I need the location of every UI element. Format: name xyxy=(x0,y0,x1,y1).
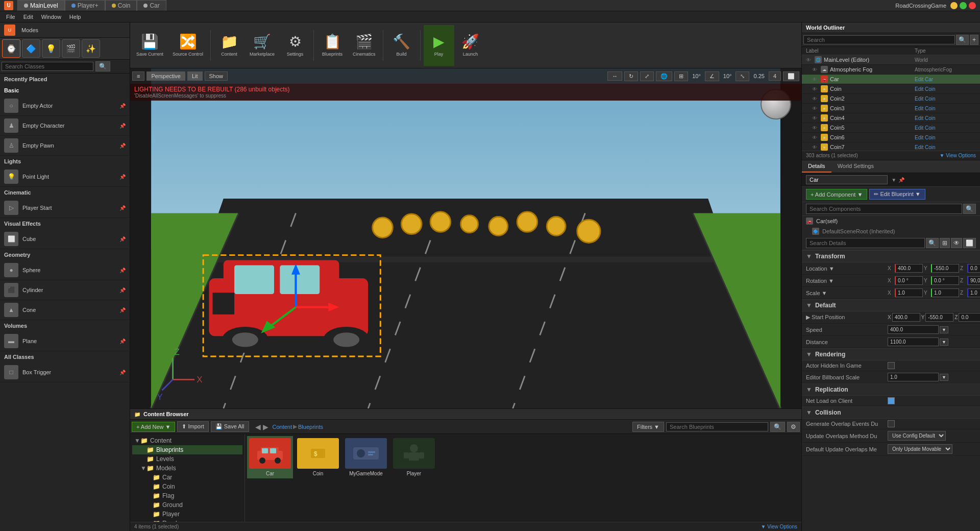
menu-help[interactable]: Help xyxy=(65,13,85,21)
wo-item-mainlevel[interactable]: 👁 🌐 MainLevel (Editor) World xyxy=(802,55,980,65)
wo-search-button[interactable]: 🔍 xyxy=(956,35,969,45)
wo-item-coin3[interactable]: 👁 ● Coin3 Edit Coin xyxy=(802,104,980,113)
details-expand-btn[interactable]: ⬜ xyxy=(963,238,976,248)
tree-car-folder[interactable]: 📁 Car xyxy=(132,473,242,482)
scale-snap-btn[interactable]: ⤡ xyxy=(736,71,749,81)
place-icon-visual[interactable]: ✨ xyxy=(82,39,100,58)
category-recently-placed[interactable]: Recently Placed xyxy=(0,74,130,85)
placement-item-point-light[interactable]: 💡 Point Light 📌 xyxy=(0,167,130,187)
placement-item-sphere[interactable]: ● Sphere 📌 xyxy=(0,260,130,280)
grid-snap-btn[interactable]: ⊞ xyxy=(674,71,688,81)
scale-y-input[interactable] xyxy=(931,288,959,297)
tree-content[interactable]: ▼ 📁 Content xyxy=(132,436,242,445)
empty-actor-pin[interactable]: 📌 xyxy=(119,103,126,109)
lit-btn[interactable]: Lit xyxy=(187,71,203,81)
sphere-pin[interactable]: 📌 xyxy=(119,268,126,273)
search-components-input[interactable] xyxy=(806,204,962,214)
asset-car[interactable]: Car xyxy=(247,436,293,478)
viewport-menu-btn[interactable]: ≡ xyxy=(132,71,144,81)
placement-item-cube[interactable]: ⬜ Cube 📌 xyxy=(0,229,130,249)
wo-add-button[interactable]: + xyxy=(970,35,978,45)
perspective-btn[interactable]: Perspective xyxy=(146,71,185,81)
rendering-section[interactable]: ▼ Rendering xyxy=(802,348,980,360)
minimize-button[interactable] xyxy=(950,2,958,9)
plane-pin[interactable]: 📌 xyxy=(119,339,126,344)
tree-flag-folder[interactable]: 📁 Flag xyxy=(132,491,242,500)
search-details-input[interactable] xyxy=(806,238,925,248)
category-basic[interactable]: Basic xyxy=(0,85,130,96)
tree-models[interactable]: ▼ 📁 Models xyxy=(132,464,242,473)
default-section[interactable]: ▼ Default xyxy=(802,299,980,311)
replication-section[interactable]: ▼ Replication xyxy=(802,383,980,396)
source-control-button[interactable]: 🔀 Source Control xyxy=(168,25,207,66)
placement-item-box-trigger[interactable]: □ Box Trigger 📌 xyxy=(0,363,130,382)
start-pos-y-input[interactable] xyxy=(925,313,953,322)
actor-hidden-checkbox[interactable] xyxy=(888,362,895,369)
add-component-button[interactable]: + Add Component ▼ xyxy=(806,189,867,200)
world-transform-btn[interactable]: 🌐 xyxy=(656,71,672,81)
placement-item-plane[interactable]: ▬ Plane 📌 xyxy=(0,331,130,351)
rotate-tool[interactable]: ↻ xyxy=(624,71,638,81)
speed-spin-btn[interactable]: ▼ xyxy=(940,326,948,333)
nav-forward-arrow[interactable]: ▶ xyxy=(263,423,268,431)
save-current-button[interactable]: 💾 Save Current xyxy=(132,25,167,66)
maximize-vp-btn[interactable]: ⬜ xyxy=(783,71,799,81)
tab-player[interactable]: Player+ xyxy=(65,0,105,11)
cb-settings-button[interactable]: ⚙ xyxy=(787,422,800,432)
import-button[interactable]: ⬆ Import xyxy=(177,421,208,432)
play-button[interactable]: ▶ Play xyxy=(424,25,454,66)
wo-item-coin7[interactable]: 👁 ● Coin7 Edit Coin xyxy=(802,142,980,151)
cb-search-input[interactable] xyxy=(666,422,768,431)
cinematics-button[interactable]: 🎬 Cinematics xyxy=(349,25,380,66)
update-overlaps-select[interactable]: Use Config Default xyxy=(888,431,946,441)
scene-viewport[interactable]: Z X Y xyxy=(130,68,801,408)
wo-item-coin5[interactable]: 👁 ● Coin5 Edit Coin xyxy=(802,123,980,133)
wo-item-coin6[interactable]: 👁 ● Coin6 Edit Coin xyxy=(802,133,980,142)
details-search-btn[interactable]: 🔍 xyxy=(926,238,939,248)
tab-coin[interactable]: Coin xyxy=(105,0,137,11)
transform-section[interactable]: ▼ Transform xyxy=(802,250,980,262)
marketplace-button[interactable]: 🛒 Marketplace xyxy=(246,25,279,66)
scale-z-input[interactable] xyxy=(967,288,980,297)
billboard-scale-input[interactable] xyxy=(888,373,939,381)
settings-button[interactable]: ⚙ Settings xyxy=(280,25,310,66)
net-load-checkbox[interactable] xyxy=(888,397,895,404)
camera-speed-btn[interactable]: 4 xyxy=(769,71,781,81)
start-pos-x-input[interactable] xyxy=(892,313,920,322)
empty-character-pin[interactable]: 📌 xyxy=(119,123,126,129)
search-classes-input[interactable] xyxy=(2,62,93,71)
cb-search-button[interactable]: 🔍 xyxy=(770,422,785,432)
asset-player[interactable]: Player xyxy=(391,436,437,478)
distance-input[interactable] xyxy=(888,337,939,346)
angle-snap-btn[interactable]: ∠ xyxy=(705,71,719,81)
wo-item-coin[interactable]: 👁 ● Coin Edit Coin xyxy=(802,84,980,94)
placement-item-cone[interactable]: ▲ Cone 📌 xyxy=(0,300,130,320)
placement-item-cylinder[interactable]: ⬛ Cylinder 📌 xyxy=(0,280,130,300)
tree-player-folder[interactable]: 📁 Player xyxy=(132,510,242,519)
point-light-pin[interactable]: 📌 xyxy=(119,174,126,180)
wo-coin4-type[interactable]: Edit Coin xyxy=(915,115,976,121)
blueprints-button[interactable]: 📋 Blueprints xyxy=(317,25,348,66)
scale-tool[interactable]: ⤢ xyxy=(640,71,654,81)
show-btn[interactable]: Show xyxy=(205,71,228,81)
gen-overlap-checkbox[interactable] xyxy=(888,420,895,427)
wo-coin-type[interactable]: Edit Coin xyxy=(915,86,976,92)
content-button[interactable]: 📁 Content xyxy=(214,25,244,66)
placement-item-empty-character[interactable]: ♟ Empty Character 📌 xyxy=(0,116,130,136)
wo-coin6-type[interactable]: Edit Coin xyxy=(915,135,976,140)
save-all-button[interactable]: 💾 Save All xyxy=(211,421,249,432)
maximize-button[interactable] xyxy=(960,2,967,9)
tab-car[interactable]: Car xyxy=(137,0,166,11)
rotation-x-input[interactable] xyxy=(895,276,923,285)
category-cinematic[interactable]: Cinematic xyxy=(0,187,130,198)
cylinder-pin[interactable]: 📌 xyxy=(119,287,126,293)
placement-item-player-start[interactable]: ▷ Player Start 📌 xyxy=(0,198,130,218)
world-outliner-search-input[interactable] xyxy=(803,35,955,44)
placement-item-empty-actor[interactable]: ○ Empty Actor 📌 xyxy=(0,96,130,116)
box-trigger-pin[interactable]: 📌 xyxy=(119,370,126,375)
menu-edit[interactable]: Edit xyxy=(19,13,37,21)
details-lock-btn[interactable]: 👁 xyxy=(951,238,962,248)
menu-file[interactable]: File xyxy=(2,13,19,21)
wo-view-options-btn[interactable]: ▼ View Options xyxy=(940,153,976,158)
breadcrumb-content[interactable]: Content xyxy=(273,424,292,430)
